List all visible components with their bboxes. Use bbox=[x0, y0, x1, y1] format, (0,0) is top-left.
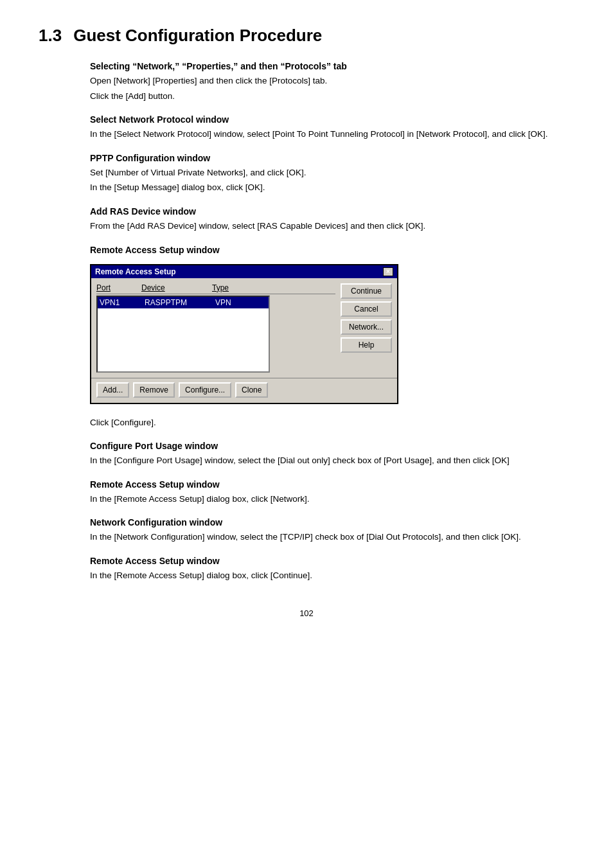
add-button[interactable]: Add... bbox=[96, 382, 129, 398]
text-network-config: In the [Network Configuration] window, s… bbox=[90, 530, 574, 544]
row-type: VPN bbox=[215, 298, 267, 307]
column-type: Type bbox=[212, 283, 263, 292]
dialog-content-area: VPN1 RASPPTPM VPN bbox=[96, 296, 270, 373]
heading-remote-access-setup: Remote Access Setup window bbox=[90, 245, 574, 255]
heading-select-network-protocol: Select Network Protocol window bbox=[90, 114, 574, 125]
block-remote-access-setup: Remote Access Setup window Remote Access… bbox=[90, 245, 574, 404]
dialog-titlebar: Remote Access Setup × bbox=[91, 265, 397, 278]
text-pptp-config-2: In the [Setup Message] dialog box, click… bbox=[90, 181, 574, 195]
block-add-ras-device: Add RAS Device window From the [Add RAS … bbox=[90, 206, 574, 233]
dialog-buttons-right: Continue Cancel Network... Help bbox=[341, 283, 392, 373]
block-configure-port-usage: Configure Port Usage window In the [Conf… bbox=[90, 441, 574, 468]
dialog-table-header: Port Device Type bbox=[96, 283, 335, 294]
remove-button[interactable]: Remove bbox=[133, 382, 175, 398]
heading-remote-access-setup-3: Remote Access Setup window bbox=[90, 556, 574, 566]
heading-add-ras-device: Add RAS Device window bbox=[90, 206, 574, 217]
text-remote-access-setup-2: In the [Remote Access Setup] dialog box,… bbox=[90, 492, 574, 506]
block-select-network-protocol: Select Network Protocol window In the [S… bbox=[90, 114, 574, 141]
heading-network-config: Network Configuration window bbox=[90, 517, 574, 527]
heading-pptp-config: PPTP Configuration window bbox=[90, 153, 574, 163]
text-selecting-network-2: Click the [Add] button. bbox=[90, 89, 574, 103]
dialog-wrapper: Remote Access Setup × Port Device Type bbox=[90, 264, 574, 404]
dialog-title: Remote Access Setup bbox=[95, 267, 176, 276]
remote-access-setup-dialog: Remote Access Setup × Port Device Type bbox=[90, 264, 398, 404]
text-remote-access-setup-3: In the [Remote Access Setup] dialog box,… bbox=[90, 569, 574, 583]
column-port: Port bbox=[96, 283, 141, 292]
block-remote-access-setup-2: Remote Access Setup window In the [Remot… bbox=[90, 479, 574, 506]
column-device: Device bbox=[141, 283, 212, 292]
block-network-config: Network Configuration window In the [Net… bbox=[90, 517, 574, 544]
section-heading: Guest Configuration Procedure bbox=[73, 26, 322, 46]
dialog-body: Port Device Type VPN1 RASPPTPM VPN bbox=[91, 278, 397, 378]
block-selecting-network: Selecting “Network,” “Properties,” and t… bbox=[90, 61, 574, 103]
heading-remote-access-setup-2: Remote Access Setup window bbox=[90, 479, 574, 490]
network-button[interactable]: Network... bbox=[341, 319, 392, 335]
text-select-network-protocol: In the [Select Network Protocol] window,… bbox=[90, 127, 574, 141]
section-title: 1.3 Guest Configuration Procedure bbox=[39, 26, 574, 46]
row-device: RASPPTPM bbox=[145, 298, 215, 307]
block-remote-access-setup-3: Remote Access Setup window In the [Remot… bbox=[90, 556, 574, 583]
text-selecting-network-1: Open [Network] [Properties] and then cli… bbox=[90, 74, 574, 88]
dialog-close-button[interactable]: × bbox=[383, 267, 393, 276]
dialog-bottom-row: Add... Remove Configure... Clone bbox=[91, 378, 397, 403]
page-number: 102 bbox=[39, 608, 574, 618]
text-click-configure: Click [Configure]. bbox=[90, 416, 574, 430]
text-add-ras-device: From the [Add RAS Device] window, select… bbox=[90, 219, 574, 233]
text-configure-port-usage: In the [Configure Port Usage] window, se… bbox=[90, 454, 574, 468]
help-button[interactable]: Help bbox=[341, 337, 392, 353]
heading-configure-port-usage: Configure Port Usage window bbox=[90, 441, 574, 451]
block-pptp-config: PPTP Configuration window Set [Number of… bbox=[90, 153, 574, 195]
configure-button[interactable]: Configure... bbox=[179, 382, 231, 398]
clone-button[interactable]: Clone bbox=[235, 382, 268, 398]
block-click-configure: Click [Configure]. bbox=[90, 416, 574, 430]
dialog-left-panel: Port Device Type VPN1 RASPPTPM VPN bbox=[96, 283, 335, 373]
section-number: 1.3 bbox=[39, 26, 62, 46]
text-pptp-config-1: Set [Number of Virtual Private Networks]… bbox=[90, 166, 574, 180]
continue-button[interactable]: Continue bbox=[341, 283, 392, 299]
heading-selecting-network: Selecting “Network,” “Properties,” and t… bbox=[90, 61, 574, 71]
dialog-selected-row[interactable]: VPN1 RASPPTPM VPN bbox=[98, 297, 269, 308]
cancel-button[interactable]: Cancel bbox=[341, 301, 392, 317]
row-port: VPN1 bbox=[100, 298, 145, 307]
